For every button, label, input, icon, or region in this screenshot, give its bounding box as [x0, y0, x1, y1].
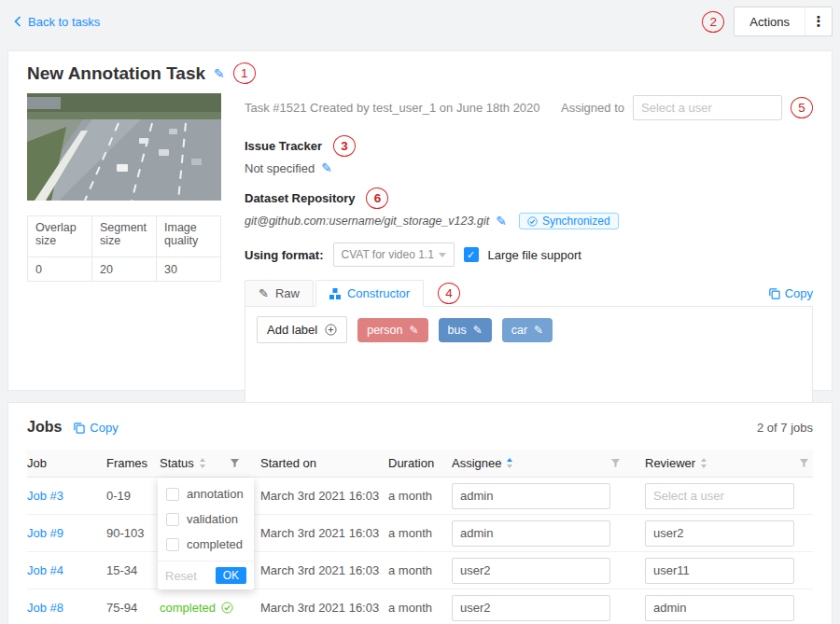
label-chip-person-name: person	[367, 324, 402, 337]
tab-raw[interactable]: ✎ Raw	[245, 280, 314, 307]
labels-tabbar: ✎ Raw Constructor 4	[245, 280, 813, 307]
frames-cell: 75-94	[106, 601, 160, 615]
filter-option-label: validation	[187, 512, 238, 526]
frames-cell: 90-103	[106, 526, 160, 540]
edit-repository-icon[interactable]: ✎	[496, 214, 507, 229]
sort-icon-reviewer[interactable]	[700, 457, 707, 469]
add-label-text: Add label	[267, 323, 317, 337]
dataset-repository-label: Dataset Repository	[245, 191, 355, 205]
label-chip-person[interactable]: person ✎	[357, 318, 427, 342]
started-cell: March 3rd 2021 16:03	[260, 563, 388, 577]
actions-label: Actions	[735, 15, 805, 29]
label-chip-bus[interactable]: bus ✎	[439, 318, 492, 342]
started-cell: March 3rd 2021 16:03	[260, 489, 388, 503]
column-header-frames: Frames	[106, 456, 160, 470]
filter-option-annotation[interactable]: annotation	[158, 481, 254, 506]
sort-icon-assignee[interactable]	[506, 457, 513, 469]
param-header-segment: Segment size	[92, 216, 157, 257]
status-text: completed	[160, 601, 216, 615]
duration-cell: a month	[388, 526, 452, 540]
reviewer-select[interactable]	[645, 483, 794, 509]
reviewer-select[interactable]	[645, 595, 794, 621]
jobs-table-header: Job Frames Status Started on Duration As…	[27, 450, 813, 478]
task-title-row: New Annotation Task ✎ 1	[27, 62, 813, 84]
synchronized-badge[interactable]: Synchronized	[519, 213, 619, 229]
task-meta: Task #1521 Created by test_user_1 on Jun…	[245, 101, 540, 115]
filter-option-completed[interactable]: completed	[158, 532, 254, 557]
assignee-select[interactable]	[452, 595, 610, 621]
column-header-reviewer[interactable]: Reviewer	[645, 456, 813, 470]
chevron-down-icon	[439, 253, 446, 257]
check-circle-icon	[221, 602, 233, 614]
param-value-segment: 20	[92, 257, 157, 282]
assignee-select[interactable]	[452, 483, 610, 509]
edit-label-icon[interactable]: ✎	[534, 324, 543, 337]
back-to-tasks-label: Back to tasks	[28, 15, 100, 29]
param-value-quality: 30	[157, 257, 221, 282]
checkbox-annotation[interactable]	[166, 488, 179, 501]
constructor-blocks-icon	[329, 288, 341, 299]
actions-button[interactable]: Actions ⋮	[734, 7, 833, 36]
label-chip-car[interactable]: car ✎	[502, 318, 553, 342]
table-row: Job #4 15-34 March 3rd 2021 16:03 a mont…	[27, 552, 813, 589]
chevron-left-icon	[13, 16, 21, 27]
task-title: New Annotation Task	[27, 63, 205, 84]
job-link[interactable]: Job #3	[27, 489, 63, 503]
assignee-select[interactable]	[633, 95, 782, 120]
copy-jobs-link[interactable]: Copy	[73, 421, 118, 435]
filter-option-label: completed	[187, 537, 243, 551]
table-row: Job #3 0-19 March 3rd 2021 16:03 a month	[27, 478, 813, 515]
started-cell: March 3rd 2021 16:03	[260, 601, 388, 615]
task-preview-image	[27, 93, 221, 201]
column-header-status[interactable]: Status	[160, 456, 260, 470]
frames-cell: 0-19	[106, 489, 160, 503]
copy-icon	[73, 422, 85, 434]
issue-tracker-value: Not specified	[245, 161, 315, 175]
task-body: Overlap size Segment size Image quality …	[27, 93, 813, 411]
tab-raw-label: Raw	[275, 286, 300, 300]
dataset-repository-block: Dataset Repository 6 git@github.com:user…	[245, 187, 813, 229]
large-file-support-label: Large file support	[488, 248, 581, 262]
filter-icon-assignee[interactable]	[610, 458, 621, 468]
checkbox-completed[interactable]	[166, 538, 179, 551]
cvat-task-details-page: Back to tasks 2 Actions ⋮ New Annotation…	[0, 0, 840, 624]
back-to-tasks-link[interactable]: Back to tasks	[13, 15, 100, 29]
edit-title-icon[interactable]: ✎	[214, 66, 225, 81]
job-link[interactable]: Job #4	[27, 563, 63, 577]
format-row: Using format: CVAT for video 1.1 ✓ Large…	[245, 243, 813, 267]
reviewer-select[interactable]	[645, 558, 794, 584]
callout-5: 5	[791, 97, 813, 118]
started-cell: March 3rd 2021 16:03	[260, 526, 388, 540]
jobs-card: Jobs Copy 2 of 7 jobs Job Frames Status	[7, 402, 833, 624]
copy-jobs-label: Copy	[90, 421, 118, 435]
jobs-header: Jobs Copy 2 of 7 jobs	[27, 414, 813, 440]
edit-label-icon[interactable]: ✎	[473, 324, 483, 337]
edit-issue-tracker-icon[interactable]: ✎	[321, 160, 332, 175]
sort-icon-status[interactable]	[199, 457, 206, 469]
frames-cell: 15-34	[106, 563, 160, 577]
task-card: New Annotation Task ✎ 1	[7, 50, 833, 391]
job-link[interactable]: Job #8	[27, 601, 63, 615]
edit-label-icon[interactable]: ✎	[409, 324, 418, 337]
column-header-assignee[interactable]: Assignee	[452, 456, 645, 470]
reviewer-select[interactable]	[645, 520, 794, 547]
filter-ok-button[interactable]: OK	[216, 567, 246, 584]
tab-constructor[interactable]: Constructor	[315, 280, 424, 307]
filter-footer: Reset OK	[158, 561, 254, 589]
format-select[interactable]: CVAT for video 1.1	[333, 243, 455, 267]
filter-icon-status[interactable]	[230, 458, 240, 468]
column-header-duration: Duration	[388, 456, 452, 470]
filter-icon-reviewer[interactable]	[799, 458, 809, 468]
more-menu-icon[interactable]: ⋮	[805, 13, 832, 30]
assignee-select[interactable]	[452, 558, 610, 584]
job-link[interactable]: Job #9	[27, 526, 63, 540]
copy-labels-link[interactable]: Copy	[768, 286, 813, 300]
param-header-overlap: Overlap size	[28, 216, 92, 257]
large-file-support-checkbox[interactable]: ✓	[464, 247, 479, 262]
issue-tracker-block: Issue Tracker 3 Not specified ✎	[245, 135, 813, 175]
filter-option-validation[interactable]: validation	[158, 506, 254, 532]
add-label-button[interactable]: Add label	[257, 316, 347, 343]
assignee-select[interactable]	[452, 520, 610, 547]
checkbox-validation[interactable]	[166, 513, 179, 526]
filter-reset-button[interactable]: Reset	[165, 569, 197, 583]
